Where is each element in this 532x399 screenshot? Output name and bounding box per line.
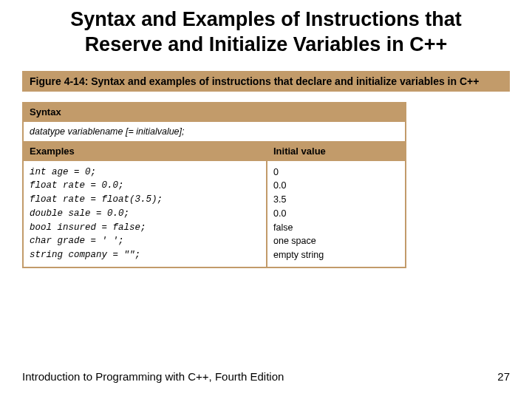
- code-line: bool insured = false;: [30, 221, 260, 235]
- header-initial-value-label: Initial value: [267, 143, 405, 160]
- page-number: 27: [497, 370, 510, 383]
- syntax-text: datatype variablename [= initialvalue];: [24, 122, 405, 141]
- code-line: float rate = float(3.5);: [30, 193, 260, 207]
- figure-caption: Figure 4-14: Syntax and examples of inst…: [22, 71, 510, 92]
- header-syntax-label: Syntax: [24, 103, 405, 120]
- slide-title: Syntax and Examples of Instructions that…: [22, 7, 510, 58]
- value-line: 0.0: [273, 179, 399, 193]
- value-line: empty string: [273, 248, 399, 262]
- header-syntax: Syntax: [24, 103, 405, 120]
- code-line: string company = "";: [30, 248, 260, 262]
- slide-footer: Introduction to Programming with C++, Fo…: [22, 370, 510, 383]
- code-line: char grade = ' ';: [30, 234, 260, 248]
- code-line: double sale = 0.0;: [30, 207, 260, 221]
- examples-code-column: int age = 0; float rate = 0.0; float rat…: [24, 161, 267, 267]
- code-line: int age = 0;: [30, 166, 260, 180]
- slide: Syntax and Examples of Instructions that…: [0, 0, 532, 399]
- code-line: float rate = 0.0;: [30, 179, 260, 193]
- value-line: 0.0: [273, 207, 399, 221]
- header-examples-label: Examples: [24, 143, 267, 160]
- value-line: 3.5: [273, 193, 399, 207]
- value-line: 0: [273, 166, 399, 180]
- syntax-table: Syntax datatype variablename [= initialv…: [22, 102, 406, 268]
- examples-value-column: 0 0.0 3.5 0.0 false one space empty stri…: [267, 161, 405, 267]
- examples-row: int age = 0; float rate = 0.0; float rat…: [24, 160, 405, 267]
- syntax-row: datatype variablename [= initialvalue];: [24, 120, 405, 141]
- footer-text: Introduction to Programming with C++, Fo…: [22, 370, 284, 383]
- value-line: one space: [273, 234, 399, 248]
- header-examples: Examples Initial value: [24, 141, 405, 160]
- value-line: false: [273, 221, 399, 235]
